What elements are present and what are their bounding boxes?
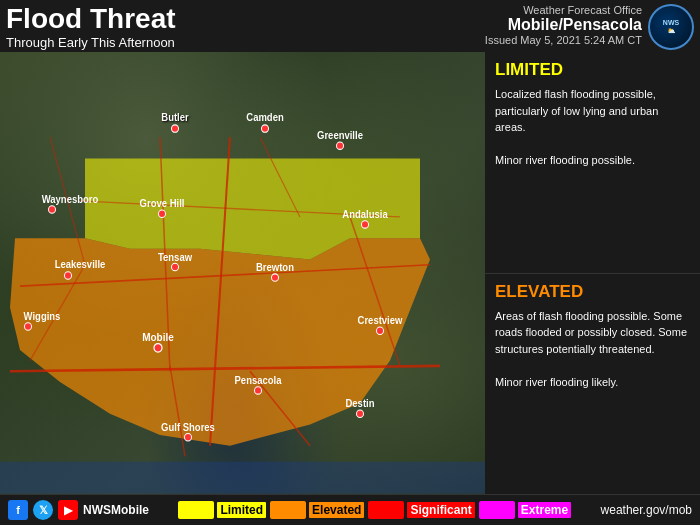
- legend: Limited Elevated Significant Extreme: [178, 501, 571, 519]
- city-dot-grovehill: [159, 210, 166, 217]
- city-label-crestview: Crestview: [358, 316, 403, 327]
- city-label-leakesville: Leakesville: [55, 259, 106, 270]
- gulf-water: [0, 462, 485, 494]
- city-label-andalusia: Andalusia: [342, 209, 388, 220]
- city-dot-tensaw: [172, 264, 179, 271]
- city-dot-crestview: [377, 327, 384, 334]
- main-container: Flood Threat Through Early This Afternoo…: [0, 0, 700, 525]
- legend-label-significant: Significant: [407, 502, 474, 518]
- city-label-pensacola: Pensacola: [235, 375, 282, 386]
- city-dot-gulfshores: [185, 434, 192, 441]
- city-label-mobile: Mobile: [142, 333, 174, 344]
- header: Flood Threat Through Early This Afternoo…: [0, 0, 700, 52]
- city-dot-destin: [357, 410, 364, 417]
- legend-item-elevated: Elevated: [270, 501, 364, 519]
- map-area: Butler Camden Greenville Waynesboro Grov…: [0, 52, 485, 494]
- nws-logo: NWS⛅: [648, 4, 694, 50]
- city-label-camden: Camden: [246, 112, 283, 123]
- bottom-bar: f 𝕏 ▶ NWSMobile Limited Elevated Signifi…: [0, 494, 700, 525]
- map-svg: Butler Camden Greenville Waynesboro Grov…: [0, 52, 485, 494]
- social-links: f 𝕏 ▶ NWSMobile: [8, 500, 149, 520]
- city-label-greenville: Greenville: [317, 130, 363, 141]
- city-label-destin: Destin: [345, 399, 374, 410]
- right-panel: LIMITED Localized flash flooding possibl…: [485, 52, 700, 494]
- city-dot-leakesville: [65, 272, 72, 279]
- office-name: Mobile/Pensacola: [485, 16, 642, 34]
- issued-line: Issued May 5, 2021 5:24 AM CT: [485, 34, 642, 46]
- city-label-wiggins: Wiggins: [24, 311, 61, 322]
- legend-swatch-limited: [178, 501, 214, 519]
- social-handle: NWSMobile: [83, 503, 149, 517]
- city-label-gulfshores: Gulf Shores: [161, 422, 215, 433]
- city-label-tensaw: Tensaw: [158, 252, 192, 263]
- city-dot-camden: [262, 125, 269, 132]
- nws-logo-text: NWS⛅: [663, 19, 679, 34]
- page-subtitle: Through Early This Afternoon: [6, 35, 176, 51]
- threat-title-elevated: ELEVATED: [495, 282, 690, 302]
- city-dot-wiggins: [25, 323, 32, 330]
- city-label-butler: Butler: [161, 112, 189, 123]
- office-info: Weather Forecast Office Mobile/Pensacola…: [485, 4, 642, 46]
- threat-title-limited: LIMITED: [495, 60, 690, 80]
- city-dot-waynesboro: [49, 206, 56, 213]
- legend-label-limited: Limited: [217, 502, 266, 518]
- header-right: Weather Forecast Office Mobile/Pensacola…: [485, 4, 694, 50]
- city-dot-butler: [172, 125, 179, 132]
- threat-desc-limited: Localized flash flooding possible, parti…: [495, 86, 690, 169]
- city-dot-mobile: [154, 344, 162, 353]
- threat-box-limited: LIMITED Localized flash flooding possibl…: [485, 52, 700, 273]
- city-label-waynesboro: Waynesboro: [42, 194, 99, 205]
- threat-box-elevated: ELEVATED Areas of flash flooding possibl…: [485, 274, 700, 494]
- youtube-icon[interactable]: ▶: [58, 500, 78, 520]
- threat-desc-elevated: Areas of flash flooding possible. Some r…: [495, 308, 690, 391]
- legend-label-elevated: Elevated: [309, 502, 364, 518]
- city-dot-andalusia: [362, 221, 369, 228]
- legend-swatch-extreme: [479, 501, 515, 519]
- facebook-icon[interactable]: f: [8, 500, 28, 520]
- city-dot-pensacola: [255, 387, 262, 394]
- wfo-label: Weather Forecast Office: [485, 4, 642, 16]
- city-dot-greenville: [337, 142, 344, 149]
- city-label-grovehill: Grove Hill: [140, 198, 185, 209]
- header-left: Flood Threat Through Early This Afternoo…: [6, 4, 176, 50]
- website-url: weather.gov/mob: [601, 503, 692, 517]
- twitter-icon[interactable]: 𝕏: [33, 500, 53, 520]
- legend-label-extreme: Extreme: [518, 502, 571, 518]
- city-dot-brewton: [272, 274, 279, 281]
- legend-item-extreme: Extreme: [479, 501, 571, 519]
- page-title: Flood Threat: [6, 4, 176, 35]
- city-label-brewton: Brewton: [256, 262, 294, 273]
- legend-item-limited: Limited: [178, 501, 266, 519]
- legend-swatch-elevated: [270, 501, 306, 519]
- content-area: Butler Camden Greenville Waynesboro Grov…: [0, 52, 700, 494]
- legend-item-significant: Significant: [368, 501, 474, 519]
- legend-swatch-significant: [368, 501, 404, 519]
